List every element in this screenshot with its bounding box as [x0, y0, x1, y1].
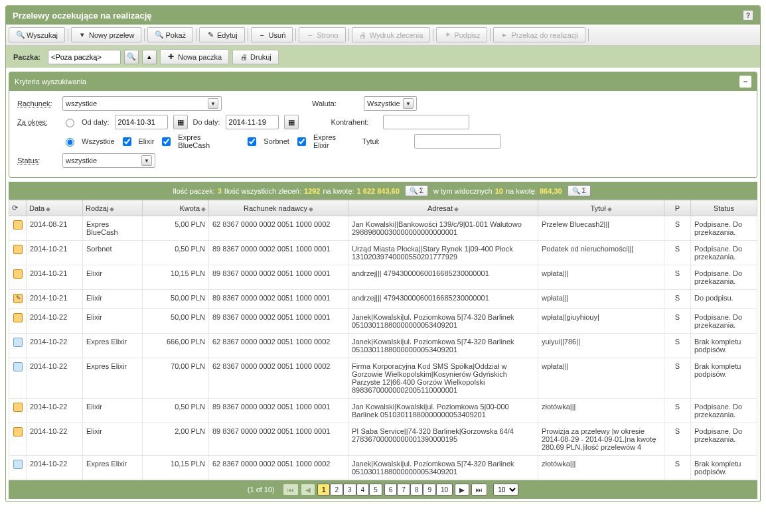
paczka-input[interactable] [48, 50, 121, 64]
summary-bar: Ilość paczek: 3 Ilość wszystkich zleceń:… [9, 182, 757, 200]
execute-icon: ▸ [500, 31, 508, 39]
main-panel: Przelewy oczekujące na realizację ? 🔍Wys… [5, 5, 761, 502]
show-button[interactable]: 🔍Pokaż [147, 27, 193, 42]
okres-label: Za okres: [17, 118, 57, 126]
row-icon [13, 362, 23, 371]
waluta-select[interactable]: Wszystkie▼ [364, 96, 417, 111]
col-p[interactable]: P [664, 200, 691, 216]
table-row[interactable]: 2014-10-22Expres Elixir666,00 PLN62 8367… [9, 334, 757, 358]
panel-header: Przelewy oczekujące na realizację ? [6, 6, 760, 25]
pager-info: (1 of 10) [248, 486, 275, 494]
sign-button[interactable]: ✶Podpisz [436, 27, 487, 42]
criteria-header: Kryteria wyszukiwania − [9, 72, 757, 91]
pager-next[interactable]: ▶ [455, 484, 469, 496]
pager-page-9[interactable]: 9 [423, 484, 436, 496]
pager-prev[interactable]: ◀ [301, 484, 315, 496]
col-data[interactable]: Data◆ [27, 200, 83, 216]
pager-page-5[interactable]: 5 [369, 484, 382, 496]
table-row[interactable]: 2014-10-22Elixir0,50 PLN89 8367 0000 000… [9, 399, 757, 423]
pager-page-1[interactable]: 1 [317, 484, 331, 496]
strono-icon: − [306, 31, 314, 39]
execute-button[interactable]: ▸Przekaż do realizacji [493, 27, 585, 42]
pager-page-3[interactable]: 3 [343, 484, 356, 496]
search-icon: 🔍 [16, 31, 24, 39]
paczka-up-button[interactable]: ▴ [142, 50, 157, 64]
col-rach[interactable]: Rachunek nadawcy◆ [209, 200, 348, 216]
table-row[interactable]: 2014-10-22Expres Elixir10,15 PLN62 8367 … [9, 456, 757, 480]
od-daty-radio[interactable] [66, 119, 74, 127]
pager-size[interactable]: 10 [493, 484, 518, 496]
calendar-od-button[interactable]: ▦ [173, 115, 188, 129]
chevron-down-icon: ▼ [141, 155, 152, 166]
pager-page-7[interactable]: 7 [397, 484, 410, 496]
paczka-search-button[interactable]: 🔍 [124, 50, 139, 64]
print-button[interactable]: 🖨Drukuj [232, 50, 279, 64]
print-order-button[interactable]: 🖨Wydruk zlecenia [352, 27, 431, 42]
show-icon: 🔍 [155, 31, 163, 39]
table-row[interactable]: 2014-10-22Elixir50,00 PLN89 8367 0000 00… [9, 309, 757, 334]
row-icon [13, 294, 23, 303]
col-kwota[interactable]: Kwota◆ [143, 200, 209, 216]
toolbar: 🔍Wyszukaj▾Nowy przelew🔍Pokaż✎Edytuj−Usuń… [6, 25, 760, 46]
do-daty-input[interactable] [226, 115, 279, 129]
row-icon [13, 220, 23, 230]
table-row[interactable]: 2014-10-21Elixir10,15 PLN89 8367 0000 00… [9, 265, 757, 290]
new-icon: ▾ [78, 31, 86, 39]
criteria-panel: Kryteria wyszukiwania − Rachunek: wszyst… [9, 72, 757, 178]
chevron-down-icon: ▼ [208, 98, 218, 109]
od-daty-input[interactable] [115, 115, 168, 129]
chevron-down-icon: ▼ [403, 98, 414, 109]
elixir-check[interactable] [123, 137, 131, 146]
pager-last[interactable]: ⏭ [471, 484, 487, 496]
calendar-do-button[interactable]: ▦ [284, 115, 299, 129]
rachunek-label: Rachunek: [17, 100, 57, 107]
col-icon[interactable]: ⟳ [9, 200, 27, 216]
new-button[interactable]: ▾Nowy przelew [71, 27, 141, 42]
edit-button[interactable]: ✎Edytuj [199, 27, 245, 42]
collapse-button[interactable]: − [739, 76, 751, 88]
pager-page-8[interactable]: 8 [410, 484, 423, 496]
help-button[interactable]: ? [743, 10, 753, 21]
row-icon [13, 245, 23, 254]
status-select[interactable]: wszystkie▼ [62, 153, 155, 168]
col-adresat[interactable]: Adresat◆ [348, 200, 538, 216]
expresblue-check[interactable] [162, 137, 171, 146]
col-rodzaj[interactable]: Rodzaj◆ [83, 200, 143, 216]
page-title: Przelewy oczekujące na realizację [13, 11, 152, 21]
status-label: Status: [17, 157, 57, 165]
sorbnet-check[interactable] [248, 137, 256, 146]
delete-button[interactable]: −Usuń [251, 27, 293, 42]
sigma2-button[interactable]: 🔍 Σ [568, 185, 591, 196]
col-status[interactable]: Status [691, 200, 757, 216]
strono-button[interactable]: −Strono [299, 27, 345, 42]
sigma1-button[interactable]: 🔍 Σ [405, 185, 428, 196]
table-row[interactable]: 2014-10-21Sorbnet0,50 PLN89 8367 0000 00… [9, 241, 757, 265]
rachunek-select[interactable]: wszystkie▼ [62, 96, 222, 111]
new-paczka-button[interactable]: ✚Nowa paczka [160, 49, 229, 64]
row-icon [13, 403, 23, 412]
table-row[interactable]: 2014-08-21Expres BlueCash5,00 PLN62 8367… [9, 216, 757, 241]
pager-page-6[interactable]: 6 [384, 484, 398, 496]
pager-page-10[interactable]: 10 [436, 484, 453, 496]
pager-page-2[interactable]: 2 [330, 484, 343, 496]
row-icon [13, 338, 23, 347]
tytul-input[interactable] [414, 134, 500, 149]
table-row[interactable]: 2014-10-22Elixir2,00 PLN89 8367 0000 000… [9, 423, 757, 456]
wszystkie-radio[interactable] [66, 138, 74, 147]
paczka-bar: Paczka: 🔍 ▴ ✚Nowa paczka 🖨Drukuj [6, 46, 760, 68]
col-tytul[interactable]: Tytuł◆ [538, 200, 664, 216]
expreselixir-check[interactable] [297, 137, 306, 146]
sign-icon: ✶ [443, 31, 451, 39]
pager-page-4[interactable]: 4 [356, 484, 370, 496]
table-row[interactable]: 2014-10-22Expres Elixir70,00 PLN62 8367 … [9, 358, 757, 399]
kontrahent-label: Kontrahent: [331, 118, 378, 126]
print-order-icon: 🖨 [359, 31, 367, 39]
row-icon [13, 427, 23, 436]
row-icon [13, 313, 23, 322]
row-icon [13, 269, 23, 279]
kontrahent-input[interactable] [383, 115, 469, 129]
pager-first[interactable]: ⏮ [283, 484, 299, 496]
paczka-label: Paczka: [9, 53, 44, 61]
table-row[interactable]: 2014-10-21Elixir50,00 PLN89 8367 0000 00… [9, 290, 757, 309]
search-button[interactable]: 🔍Wyszukaj [9, 27, 65, 42]
